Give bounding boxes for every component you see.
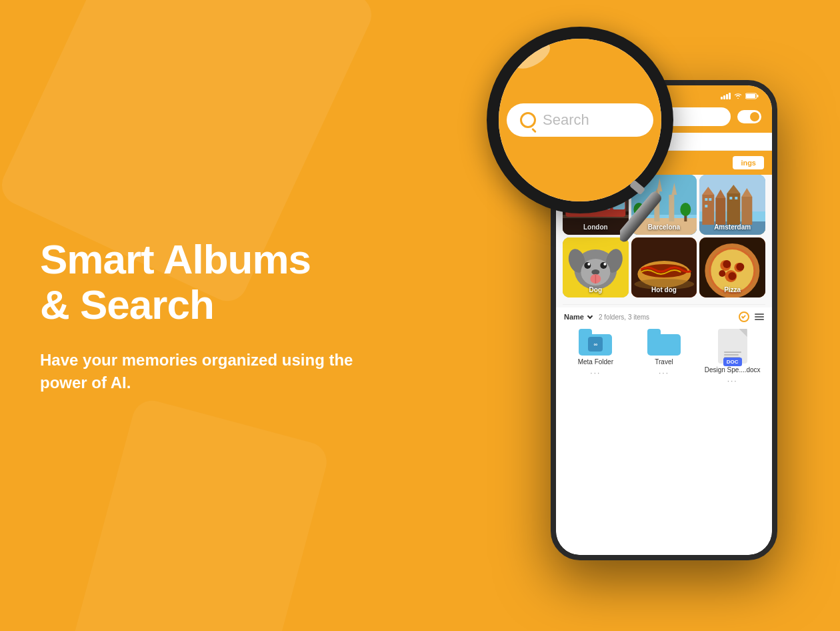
tab-photos[interactable] [564, 137, 764, 146]
settings-button[interactable]: ings [731, 155, 765, 171]
album-amsterdam-label: Amsterdam [699, 223, 765, 231]
top-nav: Search [556, 103, 772, 133]
folder-travel-icon [647, 329, 681, 356]
svg-rect-41 [705, 198, 708, 201]
album-barcelona[interactable]: Barcelona [631, 175, 697, 235]
svg-point-51 [584, 262, 591, 269]
file-dots-doc: ··· [727, 376, 738, 386]
album-london-label: London [563, 223, 629, 231]
file-name-meta: Meta Folder [578, 358, 613, 366]
svg-point-17 [610, 183, 614, 187]
svg-rect-44 [730, 197, 733, 199]
album-pizza[interactable]: Pizza [699, 237, 765, 297]
album-amsterdam[interactable]: Amsterdam [699, 175, 765, 235]
svg-point-70 [729, 272, 737, 280]
phone-device: 9:41 [551, 80, 777, 560]
album-hotdog[interactable]: Hot dog [631, 237, 697, 297]
doc-badge: DOC [723, 358, 742, 366]
file-dots-meta: ··· [590, 368, 601, 378]
file-item-doc[interactable]: DOC Design Spe....docx ··· [701, 329, 764, 386]
battery-icon [745, 93, 759, 99]
svg-point-16 [593, 179, 597, 183]
svg-rect-3 [757, 95, 759, 97]
folder-meta-icon: ∞ [579, 329, 612, 356]
album-hotdog-label: Hot dog [631, 286, 697, 293]
sort-label: Name [564, 313, 584, 321]
doc-file-icon: DOC [718, 329, 747, 364]
select-all-icon[interactable] [739, 311, 749, 322]
file-count: 2 folders, 3 items [599, 313, 649, 321]
file-name-travel: Travel [655, 358, 673, 366]
subtitle: Have your memories organized using the p… [40, 350, 400, 394]
svg-point-27 [633, 203, 644, 216]
search-bar[interactable]: Search [585, 107, 731, 126]
signal-icon [721, 93, 731, 99]
file-name-doc: Design Spe....docx [705, 366, 761, 374]
wifi-icon [733, 93, 743, 99]
album-dog[interactable]: Dog [563, 237, 629, 297]
action-bar: ings [556, 151, 772, 175]
svg-point-68 [723, 260, 731, 268]
status-icons [721, 93, 759, 99]
svg-rect-43 [705, 205, 708, 207]
svg-point-71 [719, 270, 726, 277]
album-grid: London [563, 175, 765, 297]
file-actions [739, 311, 764, 322]
svg-rect-42 [709, 198, 712, 201]
phone-wrapper: Search 9:41 [473, 13, 820, 627]
album-dog-label: Dog [563, 286, 629, 293]
file-dots-travel: ··· [659, 368, 669, 378]
svg-point-54 [603, 263, 606, 265]
file-header: Name 2 folders, 3 items [564, 311, 764, 322]
svg-point-53 [587, 263, 590, 265]
file-grid: ∞ Meta Folder ··· Travel ··· [564, 329, 764, 386]
main-title: Smart Albums & Search [40, 237, 400, 328]
file-section: Name 2 folders, 3 items [556, 307, 772, 555]
svg-rect-33 [703, 195, 715, 225]
albums-section: London [556, 175, 772, 301]
list-view-icon[interactable] [755, 313, 764, 320]
file-item-travel[interactable]: Travel ··· [633, 329, 696, 386]
toggle-button[interactable] [737, 110, 761, 123]
hamburger-menu[interactable] [567, 113, 579, 121]
svg-point-15 [577, 183, 581, 187]
album-pizza-label: Pizza [699, 286, 765, 293]
search-placeholder-text: Search [608, 112, 635, 122]
svg-point-55 [591, 269, 599, 275]
svg-rect-4 [746, 94, 755, 98]
svg-rect-39 [742, 197, 753, 225]
status-time: 9:41 [569, 91, 587, 101]
svg-rect-45 [735, 197, 738, 199]
sort-chevron-icon [587, 313, 593, 318]
svg-point-52 [600, 262, 607, 269]
tab-bar [556, 133, 772, 151]
meta-logo-icon: ∞ [588, 337, 603, 352]
file-item-meta[interactable]: ∞ Meta Folder ··· [564, 329, 627, 386]
status-bar: 9:41 [556, 85, 772, 103]
file-sort[interactable]: Name 2 folders, 3 items [564, 313, 649, 321]
album-london[interactable]: London [563, 175, 629, 235]
svg-point-69 [737, 263, 745, 271]
separator [563, 304, 765, 305]
svg-rect-22 [669, 195, 674, 221]
phone-screen: 9:41 [556, 85, 772, 555]
svg-rect-37 [727, 193, 741, 225]
left-content: Smart Albums & Search Have your memories… [40, 237, 400, 394]
magnifier-search-icon [520, 112, 536, 128]
svg-point-29 [680, 203, 691, 216]
svg-rect-35 [716, 198, 726, 225]
album-barcelona-label: Barcelona [631, 223, 697, 231]
search-icon [593, 111, 604, 122]
